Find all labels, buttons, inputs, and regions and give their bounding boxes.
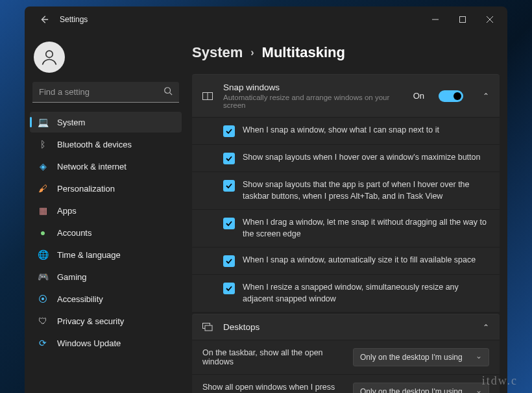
snap-option-row[interactable]: When I drag a window, let me snap it wit…	[192, 209, 500, 247]
check-icon	[226, 183, 232, 189]
desktops-dropdown[interactable]: Only on the desktop I'm using	[353, 383, 489, 393]
sidebar-item-bluetooth[interactable]: ᛒ Bluetooth & devices	[30, 134, 182, 155]
check-label: When I snap a window, show what I can sn…	[243, 125, 439, 136]
settings-window: Settings 💻 System ᛒ Bluetooth & devices	[25, 6, 507, 393]
sidebar-item-label: Privacy & security	[57, 316, 124, 326]
check-label: Show snap layouts when I hover over a wi…	[243, 152, 480, 164]
svg-rect-1	[460, 17, 466, 23]
snap-option-row[interactable]: Show snap layouts when I hover over a wi…	[192, 144, 500, 171]
checkbox[interactable]	[223, 283, 235, 294]
svg-point-4	[46, 51, 53, 58]
breadcrumb-parent[interactable]: System	[192, 44, 243, 61]
minimize-button[interactable]	[422, 10, 449, 29]
gaming-icon: 🎮	[38, 272, 48, 282]
option-label: Show all open windows when I press Alt+T…	[202, 383, 344, 393]
sidebar-item-personalization[interactable]: 🖌 Personalization	[30, 178, 182, 199]
svg-line-6	[170, 93, 173, 95]
breadcrumb-current: Multitasking	[262, 44, 345, 61]
sidebar-item-label: Apps	[57, 206, 77, 216]
card-title: Snap windows	[223, 82, 404, 92]
globe-icon: 🌐	[38, 249, 48, 260]
bluetooth-icon: ᛒ	[38, 139, 48, 149]
chevron-up-icon: ⌃	[483, 92, 489, 101]
desktops-dropdown[interactable]: Only on the desktop I'm using	[353, 348, 489, 366]
desktops-option-row: Show all open windows when I press Alt+T…	[192, 374, 500, 393]
maximize-button[interactable]	[449, 10, 476, 29]
snap-option-row[interactable]: When I snap a window, show what I can sn…	[192, 117, 500, 144]
check-label: When I snap a window, automatically size…	[243, 255, 476, 266]
sidebar-item-label: Accessibility	[57, 294, 103, 304]
sidebar-item-time[interactable]: 🌐 Time & language	[30, 244, 182, 265]
card-subtitle: Automatically resize and arrange windows…	[223, 94, 404, 109]
sidebar-item-apps[interactable]: ▦ Apps	[30, 200, 182, 221]
snap-option-row[interactable]: When I snap a window, automatically size…	[192, 247, 500, 274]
sidebar-item-privacy[interactable]: 🛡 Privacy & security	[30, 311, 182, 331]
check-icon	[226, 285, 232, 292]
sidebar: 💻 System ᛒ Bluetooth & devices ◈ Network…	[25, 32, 187, 393]
watermark: itdw.c	[482, 374, 518, 388]
sidebar-item-label: Gaming	[57, 272, 87, 282]
check-icon	[226, 155, 232, 162]
check-icon	[226, 220, 232, 227]
maximize-icon	[459, 16, 466, 23]
sidebar-item-accessibility[interactable]: ⦿ Accessibility	[30, 288, 182, 309]
app-title: Settings	[60, 15, 88, 24]
svg-rect-10	[205, 325, 212, 331]
sidebar-item-label: Windows Update	[57, 338, 121, 348]
sidebar-item-system[interactable]: 💻 System	[30, 112, 182, 133]
snap-toggle[interactable]	[439, 90, 463, 102]
sidebar-item-accounts[interactable]: ● Accounts	[30, 222, 182, 243]
profile-avatar[interactable]	[34, 42, 65, 73]
chevron-right-icon: ›	[250, 47, 254, 58]
search-wrap	[32, 82, 179, 103]
brush-icon: 🖌	[38, 183, 48, 194]
back-button[interactable]	[35, 10, 53, 29]
accounts-icon: ●	[38, 227, 48, 238]
sidebar-item-label: System	[57, 118, 85, 127]
content: System › Multitasking Snap windows Autom…	[187, 32, 507, 393]
body: 💻 System ᛒ Bluetooth & devices ◈ Network…	[25, 32, 507, 393]
desktops-card: Desktops ⌃ On the taskbar, show all the …	[192, 314, 500, 393]
search-input[interactable]	[32, 82, 179, 103]
window-controls	[422, 10, 503, 29]
close-button[interactable]	[476, 10, 503, 29]
snap-windows-card: Snap windows Automatically resize and ar…	[192, 74, 500, 312]
sidebar-item-update[interactable]: ⟳ Windows Update	[30, 333, 182, 353]
checkbox[interactable]	[223, 255, 235, 267]
snap-option-row[interactable]: Show snap layouts that the app is part o…	[192, 171, 500, 209]
check-label: When I drag a window, let me snap it wit…	[243, 217, 489, 240]
sidebar-item-label: Accounts	[57, 228, 91, 238]
desktops-icon	[202, 323, 214, 332]
system-icon: 💻	[38, 117, 48, 127]
update-icon: ⟳	[38, 338, 48, 348]
titlebar: Settings	[25, 6, 507, 32]
chevron-up-icon: ⌃	[483, 323, 489, 332]
apps-icon: ▦	[38, 205, 48, 216]
checkbox[interactable]	[223, 153, 235, 164]
search-icon	[163, 86, 173, 98]
minimize-icon	[432, 16, 439, 23]
checkbox[interactable]	[223, 218, 235, 229]
wifi-icon: ◈	[38, 161, 48, 171]
close-icon	[487, 16, 493, 23]
snap-option-row[interactable]: When I resize a snapped window, simultan…	[192, 274, 500, 312]
sidebar-item-network[interactable]: ◈ Network & internet	[30, 156, 182, 177]
sidebar-item-gaming[interactable]: 🎮 Gaming	[30, 266, 182, 287]
svg-point-5	[165, 88, 171, 94]
check-icon	[226, 258, 232, 264]
sidebar-item-label: Time & language	[57, 250, 121, 260]
card-title: Desktops	[223, 322, 463, 332]
option-label: On the taskbar, show all the open window…	[202, 348, 344, 366]
checkbox[interactable]	[223, 180, 235, 192]
sidebar-item-label: Personalization	[57, 184, 115, 194]
check-label: When I resize a snapped window, simultan…	[243, 282, 489, 305]
user-icon	[40, 48, 58, 66]
sidebar-item-label: Bluetooth & devices	[57, 140, 132, 149]
toggle-state-label: On	[413, 91, 424, 101]
desktops-option-row: On the taskbar, show all the open window…	[192, 340, 500, 374]
snap-icon	[202, 92, 214, 100]
checkbox[interactable]	[223, 125, 235, 137]
desktops-header[interactable]: Desktops ⌃	[192, 314, 500, 340]
snap-windows-header[interactable]: Snap windows Automatically resize and ar…	[192, 75, 500, 117]
sidebar-item-label: Network & internet	[57, 162, 127, 171]
